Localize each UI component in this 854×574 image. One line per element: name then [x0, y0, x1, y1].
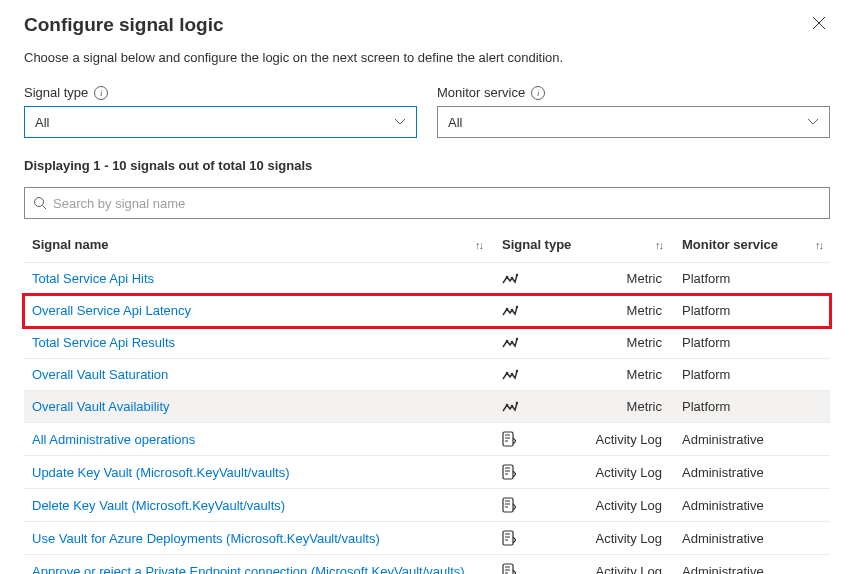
svg-point-5 — [511, 308, 514, 311]
signal-type-text: Metric — [627, 367, 662, 382]
activity-log-icon — [502, 563, 518, 574]
table-row[interactable]: Delete Key Vault (Microsoft.KeyVault/vau… — [24, 489, 830, 522]
signal-name-link[interactable]: All Administrative operations — [32, 432, 195, 447]
signal-type-text: Metric — [627, 399, 662, 414]
sort-icon: ↑↓ — [655, 239, 662, 251]
monitor-service-text: Platform — [682, 399, 822, 414]
col-header-type-text: Signal type — [502, 237, 571, 252]
monitor-service-text: Platform — [682, 303, 822, 318]
col-header-name-text: Signal name — [32, 237, 109, 252]
close-button[interactable] — [808, 12, 830, 38]
signal-type-text: Metric — [627, 271, 662, 286]
col-header-name[interactable]: Signal name ↑↓ — [32, 237, 502, 252]
signal-type-text: Activity Log — [596, 498, 662, 513]
subtitle: Choose a signal below and configure the … — [24, 50, 830, 65]
svg-rect-19 — [503, 531, 513, 545]
search-box[interactable] — [24, 187, 830, 219]
monitor-service-label-text: Monitor service — [437, 85, 525, 100]
table-row[interactable]: Overall Vault SaturationMetricPlatform — [24, 359, 830, 391]
chevron-down-icon — [394, 116, 406, 128]
signal-type-text: Activity Log — [596, 432, 662, 447]
activity-log-icon — [502, 497, 518, 513]
metric-icon — [502, 400, 518, 414]
sort-icon: ↑↓ — [475, 239, 482, 251]
signal-type-value: All — [35, 115, 49, 130]
col-header-service-text: Monitor service — [682, 237, 778, 252]
svg-point-1 — [506, 275, 509, 278]
activity-log-icon — [502, 530, 518, 546]
svg-point-13 — [506, 403, 509, 406]
monitor-service-text: Administrative — [682, 465, 822, 480]
table-row[interactable]: Approve or reject a Private Endpoint con… — [24, 555, 830, 574]
monitor-service-text: Administrative — [682, 432, 822, 447]
signal-name-link[interactable]: Total Service Api Hits — [32, 271, 154, 286]
close-icon — [812, 16, 826, 30]
signal-type-text: Metric — [627, 335, 662, 350]
signal-name-link[interactable]: Overall Vault Saturation — [32, 367, 168, 382]
table-header: Signal name ↑↓ Signal type ↑↓ Monitor se… — [24, 227, 830, 263]
metric-icon — [502, 368, 518, 382]
signal-type-text: Activity Log — [596, 564, 662, 575]
metric-icon — [502, 304, 518, 318]
svg-point-10 — [506, 371, 509, 374]
signal-type-label-text: Signal type — [24, 85, 88, 100]
metric-icon — [502, 272, 518, 286]
svg-point-8 — [511, 340, 514, 343]
signal-name-link[interactable]: Use Vault for Azure Deployments (Microso… — [32, 531, 380, 546]
info-icon[interactable]: i — [531, 86, 545, 100]
search-input[interactable] — [53, 196, 821, 211]
svg-point-11 — [511, 372, 514, 375]
activity-log-icon — [502, 464, 518, 480]
svg-point-2 — [511, 276, 514, 279]
signals-table: Signal name ↑↓ Signal type ↑↓ Monitor se… — [24, 227, 830, 574]
signal-type-text: Metric — [627, 303, 662, 318]
monitor-service-value: All — [448, 115, 462, 130]
search-icon — [33, 196, 47, 210]
col-header-service[interactable]: Monitor service ↑↓ — [682, 237, 822, 252]
table-row[interactable]: Update Key Vault (Microsoft.KeyVault/vau… — [24, 456, 830, 489]
svg-rect-17 — [503, 465, 513, 479]
activity-log-icon — [502, 431, 518, 447]
signal-name-link[interactable]: Overall Vault Availability — [32, 399, 170, 414]
monitor-service-label: Monitor service i — [437, 85, 830, 100]
monitor-service-text: Platform — [682, 271, 822, 286]
signal-name-link[interactable]: Update Key Vault (Microsoft.KeyVault/vau… — [32, 465, 289, 480]
col-header-type[interactable]: Signal type ↑↓ — [502, 237, 682, 252]
signal-type-text: Activity Log — [596, 531, 662, 546]
signal-type-dropdown[interactable]: All — [24, 106, 417, 138]
signal-type-text: Activity Log — [596, 465, 662, 480]
table-row[interactable]: All Administrative operationsActivity Lo… — [24, 423, 830, 456]
monitor-service-text: Administrative — [682, 564, 822, 575]
signal-name-link[interactable]: Total Service Api Results — [32, 335, 175, 350]
svg-point-7 — [506, 339, 509, 342]
table-row[interactable]: Use Vault for Azure Deployments (Microso… — [24, 522, 830, 555]
table-row[interactable]: Total Service Api ResultsMetricPlatform — [24, 327, 830, 359]
monitor-service-text: Administrative — [682, 498, 822, 513]
svg-point-0 — [35, 198, 44, 207]
svg-point-14 — [511, 404, 514, 407]
page-title: Configure signal logic — [24, 14, 224, 36]
result-count: Displaying 1 - 10 signals out of total 1… — [24, 158, 830, 173]
svg-rect-16 — [503, 432, 513, 446]
svg-rect-18 — [503, 498, 513, 512]
signal-name-link[interactable]: Overall Service Api Latency — [32, 303, 191, 318]
table-row[interactable]: Overall Service Api LatencyMetricPlatfor… — [24, 295, 830, 327]
sort-icon: ↑↓ — [815, 239, 822, 251]
signal-type-label: Signal type i — [24, 85, 417, 100]
monitor-service-text: Platform — [682, 367, 822, 382]
metric-icon — [502, 336, 518, 350]
signal-name-link[interactable]: Delete Key Vault (Microsoft.KeyVault/vau… — [32, 498, 285, 513]
signal-name-link[interactable]: Approve or reject a Private Endpoint con… — [32, 564, 465, 575]
chevron-down-icon — [807, 116, 819, 128]
monitor-service-text: Administrative — [682, 531, 822, 546]
monitor-service-dropdown[interactable]: All — [437, 106, 830, 138]
table-row[interactable]: Total Service Api HitsMetricPlatform — [24, 263, 830, 295]
table-row[interactable]: Overall Vault AvailabilityMetricPlatform — [24, 391, 830, 423]
monitor-service-text: Platform — [682, 335, 822, 350]
info-icon[interactable]: i — [94, 86, 108, 100]
svg-point-4 — [506, 307, 509, 310]
